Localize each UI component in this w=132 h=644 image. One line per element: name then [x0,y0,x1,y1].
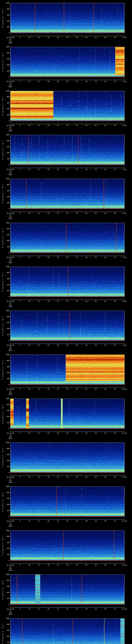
x-tick-label: 20 [48,564,49,566]
x-end-time-label: 13:00 [122,520,127,522]
x-tick-label: 5 [19,257,20,258]
y-axis-label: Frequency (Hz) [2,448,4,468]
spectrogram-panel: Frequency (Hz)02004006008001000510152025… [0,44,132,88]
y-tick-label: 0 [2,472,10,473]
x-tick-label: 20 [48,608,49,610]
x-tick-label: 55 [114,476,116,478]
x-tick-label: 40 [86,213,87,214]
y-tick-label: 0 [2,120,10,122]
x-tick-label: 35 [76,476,78,478]
x-tick-label: 40 [86,257,87,258]
date-line: 19 [10,302,11,304]
x-tick-label: 25 [57,608,59,610]
date-line: 2016 [8,438,12,439]
x-start-time-label: 18:12:00 [6,520,14,522]
x-tick-label: 50 [104,125,106,126]
x-tick-label: 15 [38,564,40,566]
x-tick-label: 5 [19,169,20,170]
y-tick-label: 600 [2,14,10,16]
y-tick-label: 1000 [2,442,10,443]
x-start-time-label: 18:04:00 [6,169,14,170]
date-line: 2016 [8,174,12,176]
x-tick-label: 45 [95,257,97,258]
y-tick-label: 600 [2,146,10,148]
y-tick-label: 600 [2,498,10,499]
x-tick-label: 40 [86,125,87,126]
x-end-time-label: 7:00 [122,257,126,258]
x-tick-label: 25 [57,520,59,522]
x-tick-label: 30 [66,432,68,434]
date-line: 2016 [8,42,12,44]
date-line: 19 [10,39,11,40]
y-tick-label: 200 [2,422,10,423]
x-tick-label: 50 [104,520,106,522]
x-start-time-label: 18:05:00 [6,213,14,214]
x-tick-label: 25 [57,344,59,346]
y-tick-label: 800 [2,448,10,450]
date-line: Jun [9,84,12,86]
x-tick-label: 35 [76,37,78,38]
x-tick-label: 5 [19,564,20,566]
y-tick-label: 1000 [2,222,10,224]
spectrogram-panel: Frequency (Hz)02004006008001000510152025… [0,88,132,132]
x-tick-label: 5 [19,213,20,214]
y-axis-label: Frequency (Hz) [2,184,4,204]
x-tick-label: 55 [114,432,116,434]
y-tick-label: 0 [2,252,10,254]
x-tick-label: 35 [76,608,78,610]
y-tick-label: 400 [2,240,10,242]
x-tick-label: 30 [66,125,68,126]
date-line: 19 [10,258,11,260]
y-tick-label: 0 [2,384,10,385]
x-tick-label: 15 [38,520,40,522]
y-tick-label: 400 [2,636,10,637]
x-end-time-label: 9:00 [122,344,126,346]
spectrogram-panel: Frequency (Hz)02004006008001000510152025… [0,616,132,644]
date-line: Jun [9,392,12,394]
y-tick-label: 1000 [2,530,10,531]
x-tick-label: 10 [28,300,30,302]
x-tick-label: 15 [38,388,40,390]
x-tick-label: 5 [19,37,20,38]
x-tick-label: 30 [66,608,68,610]
y-tick-label: 400 [2,372,10,374]
x-start-time-label: 18:14:00 [6,608,14,610]
x-tick-label: 15 [38,257,40,258]
spectrogram-stack: Frequency (Hz)02004006008001000510152025… [0,0,132,644]
x-tick-label: 30 [66,520,68,522]
x-tick-label: 10 [28,432,30,434]
y-tick-label: 0 [2,296,10,298]
y-tick-label: 400 [2,108,10,110]
date-line: Jun [9,40,12,42]
y-tick-label: 0 [2,428,10,430]
x-end-time-label: 6:00 [122,213,126,214]
spectrogram-panel: Frequency (Hz)02004006008001000510152025… [0,352,132,396]
y-tick-label: 200 [2,642,10,643]
date-line: Jun [9,260,12,262]
x-tick-label: 5 [19,476,20,478]
x-tick-label: 40 [86,300,87,302]
date-line: 19 [10,478,11,480]
x-tick-label: 45 [95,125,97,126]
x-tick-label: 10 [28,81,30,82]
spectrogram-panel: Frequency (Hz)02004006008001000510152025… [0,132,132,176]
x-end-time-label: 4:00 [122,125,126,126]
x-end-time-label: 12:00 [122,476,127,478]
x-tick-label: 10 [28,608,30,610]
spectrogram-panel: Frequency (Hz)02004006008001000510152025… [0,528,132,572]
x-tick-label: 30 [66,37,68,38]
y-tick-label: 200 [2,114,10,116]
x-start-time-label: 18:06:00 [6,257,14,258]
x-tick-label: 35 [76,564,78,566]
y-axis-label: Frequency (Hz) [2,579,4,600]
x-tick-label: 55 [114,344,116,346]
x-tick-label: 10 [28,564,30,566]
x-tick-label: 10 [28,169,30,170]
x-tick-label: 25 [57,300,59,302]
date-line: Jun [9,612,12,613]
date-line: 19 [10,170,11,172]
x-tick-label: 10 [28,37,30,38]
y-tick-label: 200 [2,598,10,599]
x-tick-label: 25 [57,257,59,258]
x-end-time-label: 8:00 [122,300,126,302]
